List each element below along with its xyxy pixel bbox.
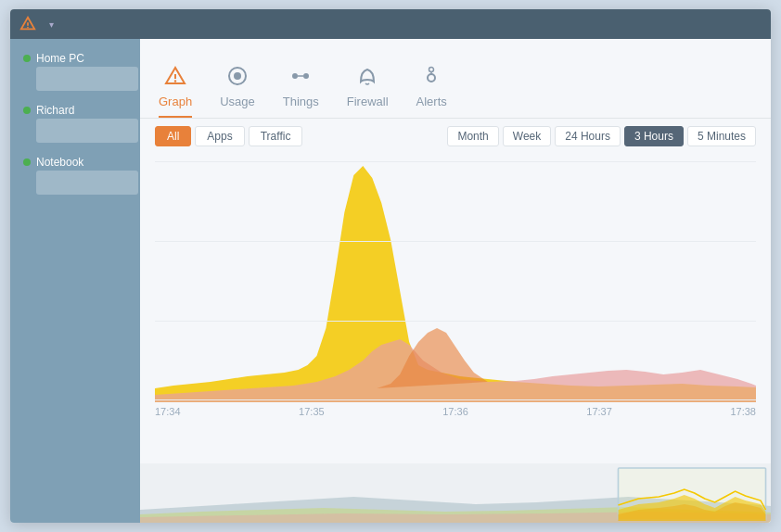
tab-icon-usage [226, 65, 249, 91]
time-labels: 17:3417:3517:3617:3717:38 [155, 402, 756, 423]
sidebar-item-name-1: Richard [36, 104, 74, 117]
tab-icon-graph [164, 65, 186, 91]
time-label-1: 17:35 [299, 406, 325, 417]
tab-icon-alerts [420, 65, 442, 91]
time-label-2: 17:36 [442, 406, 468, 417]
nav-tab-things[interactable]: Things [283, 65, 319, 118]
filter-btn-traffic[interactable]: Traffic [249, 126, 303, 146]
filter-btn-apps[interactable]: Apps [195, 126, 244, 146]
chevron-down-icon: ▾ [49, 19, 54, 30]
time-label-4: 17:38 [730, 406, 756, 417]
svg-point-9 [303, 73, 309, 79]
filter-bar: AllAppsTraffic MonthWeek24 Hours3 Hours5… [140, 119, 771, 154]
sidebar-label-0: Home PC [23, 52, 127, 65]
time-label-0: 17:34 [155, 406, 181, 417]
tab-icon-things [289, 65, 312, 91]
nav-tab-usage[interactable]: Usage [220, 65, 255, 118]
time-btn-24-hours[interactable]: 24 Hours [555, 126, 621, 146]
time-buttons-group: MonthWeek24 Hours3 Hours5 Minutes [447, 126, 756, 146]
time-btn-month[interactable]: Month [447, 126, 498, 146]
svg-point-8 [292, 73, 298, 79]
mini-chart-svg [140, 463, 771, 523]
tab-label-usage: Usage [220, 95, 255, 108]
tab-label-alerts: Alerts [416, 95, 447, 108]
sidebar-dot-2 [23, 158, 31, 166]
mini-chart [140, 463, 771, 523]
svg-point-5 [174, 80, 176, 82]
sidebar-item-name-0: Home PC [36, 52, 84, 65]
nav-tab-alerts[interactable]: Alerts [416, 65, 447, 118]
titlebar-left: ▾ [19, 16, 54, 32]
sidebar-dot-1 [23, 107, 31, 114]
app-logo-icon [19, 16, 36, 32]
svg-point-11 [429, 68, 434, 72]
nav-tab-graph[interactable]: Graph [159, 65, 192, 118]
sidebar-item-0[interactable]: Home PC [18, 48, 133, 95]
tab-label-graph: Graph [159, 95, 192, 108]
tab-label-things: Things [283, 95, 319, 108]
sidebar-dot-0 [23, 55, 31, 62]
time-btn-5-minutes[interactable]: 5 Minutes [687, 126, 756, 146]
tab-label-firewall: Firewall [347, 95, 389, 108]
sidebar-item-2[interactable]: Notebook [18, 152, 133, 198]
filter-buttons-group: AllAppsTraffic [155, 126, 302, 146]
sidebar-item-1[interactable]: Richard [18, 100, 133, 146]
time-btn-week[interactable]: Week [503, 126, 551, 146]
svg-point-7 [234, 72, 241, 80]
svg-point-2 [27, 27, 29, 29]
tab-icon-firewall [356, 65, 378, 91]
main-content: Home PC Richard Notebook Graph Usage Thi… [10, 39, 771, 523]
time-btn-3-hours[interactable]: 3 Hours [624, 126, 684, 146]
sidebar-thumb-1 [36, 119, 138, 143]
nav-tabs: Graph Usage Things Firewall Alerts [140, 39, 771, 119]
titlebar: ▾ [10, 9, 771, 39]
filter-btn-all[interactable]: All [155, 126, 191, 146]
chart-canvas [155, 161, 756, 402]
main-window: ▾ Home PC Richard Notebook [10, 9, 771, 523]
svg-point-13 [428, 74, 435, 82]
sidebar-label-2: Notebook [23, 156, 127, 169]
time-label-3: 17:37 [586, 406, 612, 417]
nav-tab-firewall[interactable]: Firewall [347, 65, 389, 118]
sidebar-thumb-2 [36, 171, 138, 195]
sidebar-thumb-0 [36, 67, 138, 91]
chart-area: 17:3417:3517:3617:3717:38 [140, 154, 771, 463]
right-panel: Graph Usage Things Firewall Alerts AllAp… [140, 39, 771, 523]
chart-svg [155, 161, 756, 402]
sidebar-item-name-2: Notebook [36, 156, 83, 169]
sidebar-label-1: Richard [23, 104, 127, 117]
sidebar: Home PC Richard Notebook [10, 39, 140, 523]
